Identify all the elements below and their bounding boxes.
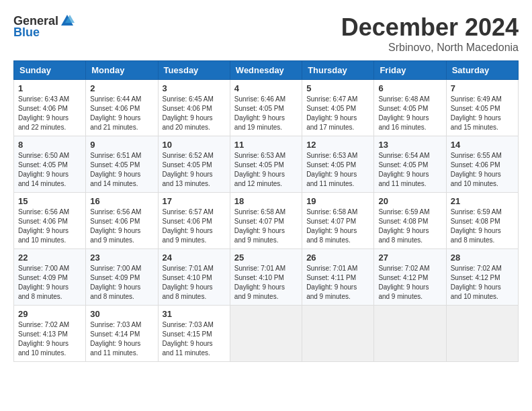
calendar-cell: 11Sunrise: 6:53 AMSunset: 4:05 PMDayligh… <box>230 136 302 193</box>
calendar-cell <box>446 306 518 362</box>
cell-text: Sunrise: 6:59 AMSunset: 4:08 PMDaylight:… <box>378 208 441 245</box>
cell-text: Sunrise: 7:03 AMSunset: 4:15 PMDaylight:… <box>163 320 226 358</box>
cell-text: Sunrise: 7:03 AMSunset: 4:14 PMDaylight:… <box>90 320 153 358</box>
logo: General Blue <box>13 13 76 40</box>
cell-text: Sunrise: 6:56 AMSunset: 4:06 PMDaylight:… <box>18 208 81 245</box>
calendar-cell: 4Sunrise: 6:46 AMSunset: 4:05 PMDaylight… <box>230 80 302 136</box>
cell-text: Sunrise: 6:44 AMSunset: 4:06 PMDaylight:… <box>90 95 153 132</box>
calendar-week-row: 29Sunrise: 7:02 AMSunset: 4:13 PMDayligh… <box>14 306 519 362</box>
day-number: 29 <box>18 309 81 319</box>
cell-text: Sunrise: 6:49 AMSunset: 4:05 PMDaylight:… <box>451 95 514 132</box>
day-number: 4 <box>234 83 298 93</box>
weekday-header-friday: Friday <box>374 61 446 80</box>
calendar-cell <box>230 306 302 362</box>
cell-text: Sunrise: 7:00 AMSunset: 4:09 PMDaylight:… <box>90 264 153 302</box>
calendar-cell: 15Sunrise: 6:56 AMSunset: 4:06 PMDayligh… <box>14 193 86 249</box>
calendar-cell: 9Sunrise: 6:51 AMSunset: 4:05 PMDaylight… <box>86 136 158 193</box>
weekday-header-thursday: Thursday <box>302 61 374 80</box>
day-number: 26 <box>306 253 369 263</box>
day-number: 3 <box>163 83 226 93</box>
day-number: 23 <box>90 253 153 263</box>
cell-text: Sunrise: 7:02 AMSunset: 4:13 PMDaylight:… <box>18 320 81 358</box>
day-number: 1 <box>18 83 81 93</box>
calendar-cell: 5Sunrise: 6:47 AMSunset: 4:05 PMDaylight… <box>302 80 374 136</box>
cell-text: Sunrise: 6:48 AMSunset: 4:05 PMDaylight:… <box>378 95 441 132</box>
day-number: 2 <box>90 83 153 93</box>
day-number: 11 <box>234 140 298 150</box>
calendar-cell: 27Sunrise: 7:02 AMSunset: 4:12 PMDayligh… <box>374 249 446 306</box>
day-number: 22 <box>18 253 81 263</box>
cell-text: Sunrise: 7:00 AMSunset: 4:09 PMDaylight:… <box>18 264 81 302</box>
calendar-cell: 3Sunrise: 6:45 AMSunset: 4:06 PMDaylight… <box>158 80 230 136</box>
day-number: 10 <box>163 140 226 150</box>
day-number: 30 <box>90 309 153 319</box>
day-number: 24 <box>163 253 226 263</box>
day-number: 9 <box>90 140 153 150</box>
weekday-header-tuesday: Tuesday <box>158 61 230 80</box>
day-number: 21 <box>451 196 514 206</box>
cell-text: Sunrise: 6:52 AMSunset: 4:05 PMDaylight:… <box>163 151 226 189</box>
day-number: 19 <box>306 196 369 206</box>
weekday-header-monday: Monday <box>86 61 158 80</box>
calendar-cell: 24Sunrise: 7:01 AMSunset: 4:10 PMDayligh… <box>158 249 230 306</box>
logo-blue-text: Blue <box>13 26 40 40</box>
weekday-header-saturday: Saturday <box>446 61 518 80</box>
calendar-cell: 28Sunrise: 7:02 AMSunset: 4:12 PMDayligh… <box>446 249 518 306</box>
calendar-cell: 6Sunrise: 6:48 AMSunset: 4:05 PMDaylight… <box>374 80 446 136</box>
day-number: 17 <box>163 196 226 206</box>
cell-text: Sunrise: 6:58 AMSunset: 4:07 PMDaylight:… <box>234 208 298 245</box>
calendar-cell: 31Sunrise: 7:03 AMSunset: 4:15 PMDayligh… <box>158 306 230 362</box>
page-header: General Blue December 2024 Srbinovo, Nor… <box>13 13 519 54</box>
calendar-cell <box>302 306 374 362</box>
calendar-cell: 14Sunrise: 6:55 AMSunset: 4:06 PMDayligh… <box>446 136 518 193</box>
cell-text: Sunrise: 7:01 AMSunset: 4:11 PMDaylight:… <box>306 264 369 302</box>
cell-text: Sunrise: 6:56 AMSunset: 4:06 PMDaylight:… <box>90 208 153 245</box>
title-section: December 2024 Srbinovo, North Macedonia <box>341 13 519 54</box>
cell-text: Sunrise: 6:53 AMSunset: 4:05 PMDaylight:… <box>234 151 298 189</box>
calendar-cell <box>374 306 446 362</box>
day-number: 6 <box>378 83 441 93</box>
weekday-header-sunday: Sunday <box>14 61 86 80</box>
day-number: 14 <box>451 140 514 150</box>
cell-text: Sunrise: 6:46 AMSunset: 4:05 PMDaylight:… <box>234 95 298 132</box>
logo-icon <box>60 13 75 28</box>
weekday-header-wednesday: Wednesday <box>230 61 302 80</box>
calendar-cell: 26Sunrise: 7:01 AMSunset: 4:11 PMDayligh… <box>302 249 374 306</box>
cell-text: Sunrise: 6:47 AMSunset: 4:05 PMDaylight:… <box>306 95 369 132</box>
cell-text: Sunrise: 6:53 AMSunset: 4:05 PMDaylight:… <box>306 151 369 189</box>
calendar-cell: 25Sunrise: 7:01 AMSunset: 4:10 PMDayligh… <box>230 249 302 306</box>
day-number: 25 <box>234 253 298 263</box>
day-number: 16 <box>90 196 153 206</box>
location-subtitle: Srbinovo, North Macedonia <box>341 42 519 54</box>
day-number: 31 <box>163 309 226 319</box>
calendar-week-row: 15Sunrise: 6:56 AMSunset: 4:06 PMDayligh… <box>14 193 519 249</box>
calendar-cell: 12Sunrise: 6:53 AMSunset: 4:05 PMDayligh… <box>302 136 374 193</box>
day-number: 27 <box>378 253 441 263</box>
calendar-week-row: 8Sunrise: 6:50 AMSunset: 4:05 PMDaylight… <box>14 136 519 193</box>
cell-text: Sunrise: 6:54 AMSunset: 4:05 PMDaylight:… <box>378 151 441 189</box>
day-number: 20 <box>378 196 441 206</box>
day-number: 12 <box>306 140 369 150</box>
calendar-cell: 16Sunrise: 6:56 AMSunset: 4:06 PMDayligh… <box>86 193 158 249</box>
day-number: 18 <box>234 196 298 206</box>
calendar-cell: 21Sunrise: 6:59 AMSunset: 4:08 PMDayligh… <box>446 193 518 249</box>
calendar-table: SundayMondayTuesdayWednesdayThursdayFrid… <box>13 60 519 362</box>
calendar-cell: 10Sunrise: 6:52 AMSunset: 4:05 PMDayligh… <box>158 136 230 193</box>
day-number: 13 <box>378 140 441 150</box>
cell-text: Sunrise: 7:02 AMSunset: 4:12 PMDaylight:… <box>451 264 514 302</box>
calendar-cell: 7Sunrise: 6:49 AMSunset: 4:05 PMDaylight… <box>446 80 518 136</box>
calendar-cell: 1Sunrise: 6:43 AMSunset: 4:06 PMDaylight… <box>14 80 86 136</box>
cell-text: Sunrise: 7:02 AMSunset: 4:12 PMDaylight:… <box>378 264 441 302</box>
day-number: 28 <box>451 253 514 263</box>
calendar-cell: 29Sunrise: 7:02 AMSunset: 4:13 PMDayligh… <box>14 306 86 362</box>
calendar-week-row: 22Sunrise: 7:00 AMSunset: 4:09 PMDayligh… <box>14 249 519 306</box>
calendar-cell: 19Sunrise: 6:58 AMSunset: 4:07 PMDayligh… <box>302 193 374 249</box>
cell-text: Sunrise: 6:43 AMSunset: 4:06 PMDaylight:… <box>18 95 81 132</box>
calendar-week-row: 1Sunrise: 6:43 AMSunset: 4:06 PMDaylight… <box>14 80 519 136</box>
cell-text: Sunrise: 6:45 AMSunset: 4:06 PMDaylight:… <box>163 95 226 132</box>
calendar-cell: 20Sunrise: 6:59 AMSunset: 4:08 PMDayligh… <box>374 193 446 249</box>
cell-text: Sunrise: 7:01 AMSunset: 4:10 PMDaylight:… <box>234 264 298 302</box>
cell-text: Sunrise: 6:51 AMSunset: 4:05 PMDaylight:… <box>90 151 153 189</box>
calendar-cell: 22Sunrise: 7:00 AMSunset: 4:09 PMDayligh… <box>14 249 86 306</box>
weekday-header-row: SundayMondayTuesdayWednesdayThursdayFrid… <box>14 61 519 80</box>
